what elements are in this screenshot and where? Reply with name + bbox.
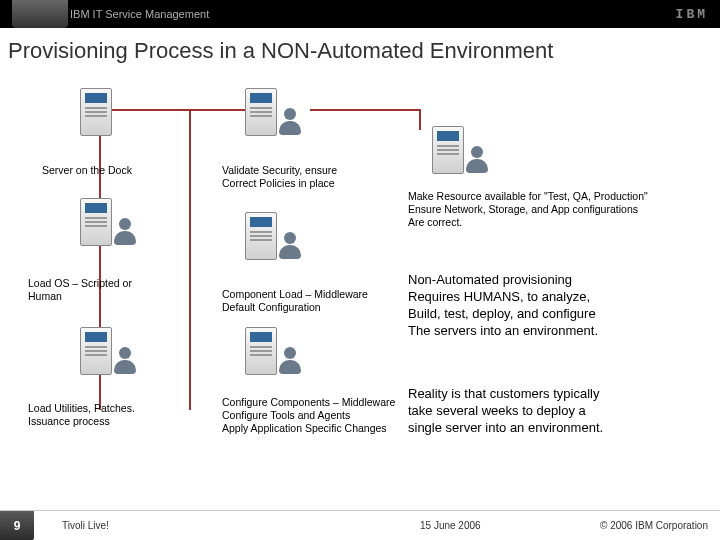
header-title: IBM IT Service Management xyxy=(70,8,209,20)
person-icon xyxy=(114,218,136,244)
step-caption: Validate Security, ensure Correct Polici… xyxy=(222,164,337,190)
header-tab xyxy=(12,0,68,28)
body-paragraph: Reality is that customers typically take… xyxy=(408,386,603,437)
server-icon xyxy=(80,88,122,140)
footer-event: Tivoli Live! xyxy=(62,520,109,531)
person-icon xyxy=(279,232,301,258)
ibm-logo-icon: IBM xyxy=(676,7,708,22)
server-icon xyxy=(80,327,122,379)
person-icon xyxy=(279,108,301,134)
step-caption: Load OS – Scripted or Human xyxy=(28,277,132,303)
step-caption: Configure Components – Middleware Config… xyxy=(222,396,395,435)
header: IBM IT Service Management IBM xyxy=(0,0,720,28)
step-caption: Make Resource available for "Test, QA, P… xyxy=(408,190,648,229)
step-caption: Server on the Dock xyxy=(42,164,132,177)
server-icon xyxy=(80,198,122,250)
slide-title: Provisioning Process in a NON-Automated … xyxy=(0,28,720,70)
footer: 9 Tivoli Live! 15 June 2006 © 2006 IBM C… xyxy=(0,510,720,540)
server-icon xyxy=(432,126,474,178)
server-icon xyxy=(245,212,287,264)
server-icon xyxy=(245,327,287,379)
person-icon xyxy=(279,347,301,373)
footer-copyright: © 2006 IBM Corporation xyxy=(600,520,708,531)
slide-content: Server on the Dock Load OS – Scripted or… xyxy=(0,70,720,510)
step-caption: Component Load – Middleware Default Conf… xyxy=(222,288,368,314)
server-icon xyxy=(245,88,287,140)
person-icon xyxy=(114,347,136,373)
footer-date: 15 June 2006 xyxy=(420,520,481,531)
body-paragraph: Non-Automated provisioning Requires HUMA… xyxy=(408,272,598,340)
page-number: 9 xyxy=(0,511,34,541)
step-caption: Load Utilities, Patches. Issuance proces… xyxy=(28,402,135,428)
person-icon xyxy=(466,146,488,172)
